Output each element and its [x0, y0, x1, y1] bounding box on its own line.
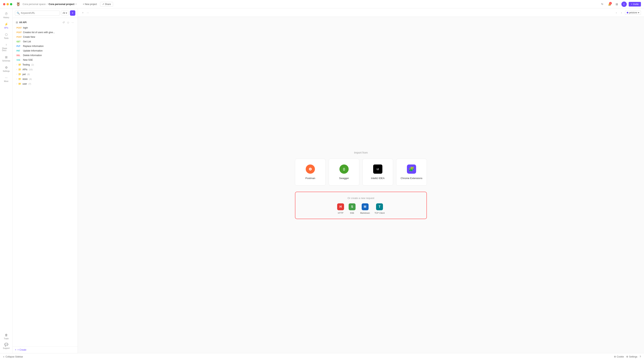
request-type-markdown[interactable]: M Markdown	[360, 203, 370, 214]
cookie-button[interactable]: ⚙ Cookie	[614, 356, 624, 358]
sidebar-item-history-label: History	[3, 16, 9, 18]
invite-label: Invite	[633, 3, 639, 5]
import-card-swagger[interactable]: {} Swagger	[329, 159, 360, 186]
sidebar-item-support[interactable]: 💬 Support	[1, 341, 12, 351]
help-icon: ?	[640, 356, 641, 358]
list-item[interactable]: DEL Delete Information	[15, 53, 75, 58]
notifications-button[interactable]: 🔔 2	[607, 1, 612, 7]
filter-label: All	[63, 12, 65, 14]
new-project-button[interactable]: + New project	[81, 2, 98, 6]
diamond-action[interactable]: ◇	[66, 20, 70, 24]
breadcrumb-project[interactable]: Cora personal project	[49, 3, 74, 5]
new-request-box: Or create a new request H HTTP S SSE M	[295, 192, 427, 219]
share-icon: ↗	[102, 3, 104, 5]
trash-icon: 🗑	[5, 333, 8, 337]
api-name: Delete Information	[23, 54, 42, 57]
folder-name: Testing	[22, 63, 30, 66]
folder-icon: 📁	[18, 82, 21, 85]
collapse-sidebar-button[interactable]: « Collapse Sidebar	[3, 356, 23, 358]
list-item[interactable]: POST login	[15, 25, 75, 30]
folder-name: pet	[22, 73, 26, 76]
nav-left-button[interactable]: ‹	[615, 10, 618, 15]
import-card-intellij[interactable]: IJ IntelliJ IDEA	[362, 159, 393, 186]
sidebar-item-more-label: More	[4, 80, 8, 82]
sidebar-item-history[interactable]: ⏱ History	[1, 11, 12, 20]
more-action[interactable]: ···	[71, 20, 74, 24]
share-button[interactable]: ↗ Share	[100, 2, 113, 6]
folder-count: (2)	[31, 63, 34, 66]
create-icon: +	[15, 349, 16, 351]
env-label: petstore	[629, 11, 637, 14]
import-card-chrome[interactable]: 🧩 Chrome Extensions	[396, 159, 427, 186]
more-tabs-button[interactable]: ···	[86, 10, 90, 15]
list-item[interactable]: SSE New SSE	[15, 58, 75, 62]
bottom-right: ⚙ Cookie ⚙ Settings ?	[614, 356, 641, 358]
nav-right-button[interactable]: ›	[620, 10, 623, 15]
content-header-actions: + ···	[81, 10, 90, 15]
list-item[interactable]: › 📁 Testing (2)	[15, 62, 75, 67]
sidebar-item-tests[interactable]: ⬡ Tests	[1, 31, 12, 41]
sync-button[interactable]: ↻	[600, 1, 605, 7]
list-item[interactable]: PAT Update Information	[15, 48, 75, 53]
api-name: login	[23, 26, 28, 29]
titlebar-right: ↻ 🔔 2 ▤ C + Invite	[600, 1, 641, 7]
all-api-text: All API	[19, 21, 26, 24]
import-cards: Postman {} Swagger IJ IntelliJ IDEA 🧩 Ch…	[295, 159, 427, 186]
list-item[interactable]: PUT Replace Information	[15, 44, 75, 48]
content-header: + ··· ‹ › petstore ▾	[78, 8, 644, 17]
minimize-traffic-light[interactable]	[6, 3, 9, 5]
api-name: Update Information	[23, 49, 42, 52]
invite-button[interactable]: + Invite	[629, 2, 641, 6]
list-item[interactable]: › 📁 APIs (10)	[15, 67, 75, 72]
search-input[interactable]	[21, 12, 58, 14]
invite-icon: +	[631, 3, 632, 5]
sidebar-item-apis[interactable]: ⚡ APIs	[1, 21, 12, 30]
collapse-label: Collapse Sidebar	[6, 356, 23, 358]
chevron-right-icon: ›	[16, 68, 17, 70]
env-selector[interactable]: petstore ▾	[625, 10, 641, 15]
list-item[interactable]: › 📁 store (4)	[15, 77, 75, 81]
add-button[interactable]: +	[70, 10, 75, 16]
list-item[interactable]: POST Create New	[15, 35, 75, 39]
sidebar-item-more[interactable]: ··· More	[1, 74, 12, 84]
all-api-label[interactable]: ⊞ All API	[16, 21, 26, 24]
bottom-bar: « Collapse Sidebar ⚙ Cookie ⚙ Settings ?	[0, 353, 644, 360]
tests-icon: ⬡	[5, 33, 8, 36]
settings-button[interactable]: ⚙ Settings	[626, 356, 637, 358]
create-button[interactable]: + + Create	[15, 349, 26, 351]
avatar[interactable]: C	[622, 1, 627, 7]
traffic-lights	[3, 3, 12, 5]
search-input-wrap[interactable]: 🔍	[15, 10, 60, 16]
sidebar-item-share-docs[interactable]: ↑ Share Docs	[1, 41, 12, 53]
sidebar-item-support-label: Support	[3, 347, 10, 349]
tree-root-section: ⊞ All API ↺ ◇ ··· POST login POST	[13, 19, 78, 86]
list-item[interactable]: GET Get List	[15, 39, 75, 44]
import-card-postman[interactable]: Postman	[295, 159, 326, 186]
sidebar-item-schemas[interactable]: ⊞ Schemas	[1, 54, 12, 63]
new-request-types: H HTTP S SSE M Markdown T	[302, 203, 420, 214]
refresh-action[interactable]: ↺	[62, 20, 66, 24]
close-traffic-light[interactable]	[3, 3, 5, 5]
notification-badge: 2	[609, 2, 612, 4]
sidebar-item-settings[interactable]: ⚙ Settings	[1, 64, 12, 74]
filter-select[interactable]: All ▾	[61, 10, 69, 15]
fullscreen-traffic-light[interactable]	[10, 3, 12, 5]
intellij-label: IntelliJ IDEA	[371, 177, 385, 180]
markdown-icon: M	[362, 203, 368, 210]
method-badge: SSE	[16, 59, 22, 61]
request-type-sse[interactable]: S SSE	[349, 203, 356, 214]
method-badge: POST	[16, 31, 22, 33]
list-item[interactable]: › 📁 user (7)	[15, 81, 75, 86]
method-badge: PUT	[16, 45, 22, 47]
layout-button[interactable]: ▤	[614, 1, 620, 7]
cookie-label: Cookie	[617, 356, 624, 358]
breadcrumb: Cora personal space / Cora personal proj…	[22, 3, 77, 5]
request-type-tcp[interactable]: T TCP Client	[374, 203, 385, 214]
request-type-http[interactable]: H HTTP	[337, 203, 344, 214]
list-item[interactable]: POST Creates list of users with give...	[15, 30, 75, 35]
sidebar-item-trash[interactable]: 🗑 Trash	[1, 332, 12, 341]
help-button[interactable]: ?	[640, 356, 641, 358]
list-item[interactable]: › 📁 pet (8)	[15, 72, 75, 77]
add-tab-button[interactable]: +	[81, 10, 85, 15]
postman-label: Postman	[305, 177, 315, 180]
